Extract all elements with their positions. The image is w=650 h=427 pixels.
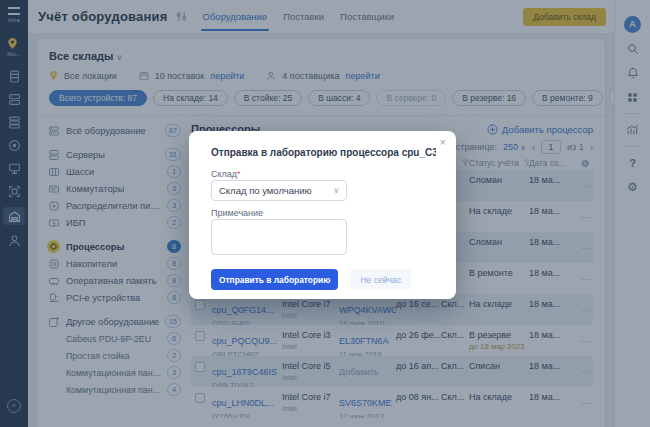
chevron-down-icon: ∨ <box>333 186 339 195</box>
close-icon[interactable]: × <box>440 136 446 148</box>
warehouse-field-label: Склад* <box>211 169 241 179</box>
note-field-label: Примечание <box>211 208 263 218</box>
note-textarea[interactable] <box>211 219 347 255</box>
warehouse-select[interactable]: Склад по умолчанию ∨ <box>211 180 347 201</box>
modal-title: Отправка в лабораторию процессора cpu_C3… <box>211 147 436 158</box>
not-now-button[interactable]: Не сейчас <box>350 269 411 290</box>
send-to-lab-modal: × Отправка в лабораторию процессора cpu_… <box>189 131 456 299</box>
send-to-lab-button[interactable]: Отправить в лабораторию <box>211 269 338 290</box>
required-mark: * <box>237 169 241 179</box>
warehouse-select-value: Склад по умолчанию <box>219 185 312 196</box>
